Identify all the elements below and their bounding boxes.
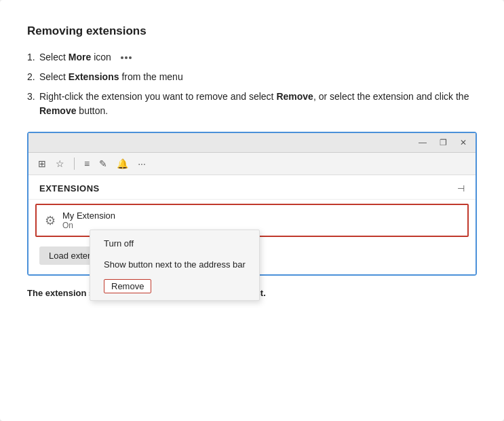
extensions-header: EXTENSIONS ⊣ [28, 175, 476, 200]
instruction-text-1: Select More icon [39, 50, 477, 65]
extension-status: On [62, 221, 115, 230]
main-card: Removing extensions 1. Select More icon … [0, 0, 504, 421]
more-dots-icon [121, 56, 132, 59]
extensions-bold: Extensions [69, 71, 119, 82]
instruction-item-1: 1. Select More icon [27, 50, 477, 65]
browser-mockup: — ❐ ✕ ⊞ ☆ ≡ ✎ 🔔 ··· EXTENSIONS ⊣ ⚙ [27, 132, 477, 276]
browser-body: EXTENSIONS ⊣ ⚙ My Extension On Turn off … [28, 175, 476, 274]
minimize-button[interactable]: — [417, 137, 428, 148]
more-icon[interactable]: ··· [138, 158, 146, 169]
close-button[interactable]: ✕ [458, 137, 469, 148]
edit-icon[interactable]: ✎ [99, 158, 107, 169]
context-menu: Turn off Show button next to the address… [90, 230, 260, 301]
instruction-text-2: Select Extensions from the menu [39, 70, 477, 84]
instruction-num-3: 3. [27, 90, 39, 104]
instruction-item-3: 3. Right-click the extension you want to… [27, 90, 477, 118]
bookmark-icon[interactable]: ☆ [56, 158, 64, 169]
maximize-button[interactable]: ❐ [438, 137, 448, 148]
browser-toolbar: ⊞ ☆ ≡ ✎ 🔔 ··· [28, 153, 476, 175]
remove-bold-2: Remove [39, 105, 76, 116]
instruction-text-3: Right-click the extension you want to re… [39, 90, 477, 118]
bell-icon[interactable]: 🔔 [117, 158, 128, 169]
extension-name: My Extension [62, 210, 115, 221]
remove-menu-item[interactable]: Remove [90, 275, 259, 297]
show-button-menu-item[interactable]: Show button next to the address bar [90, 254, 259, 275]
extension-info: My Extension On [62, 210, 115, 230]
menu-icon[interactable]: ≡ [84, 158, 90, 169]
tabs-icon[interactable]: ⊞ [38, 158, 46, 169]
more-bold: More [69, 52, 91, 62]
extensions-title: EXTENSIONS [39, 183, 100, 194]
instruction-num-1: 1. [27, 50, 39, 65]
instruction-num-2: 2. [27, 70, 39, 84]
extension-item-wrap: ⚙ My Extension On Turn off Show button n… [28, 204, 476, 237]
remove-bold-1: Remove [276, 91, 313, 102]
instruction-item-2: 2. Select Extensions from the menu [27, 70, 477, 84]
remove-button[interactable]: Remove [104, 279, 151, 293]
toolbar-separator [74, 158, 75, 170]
browser-titlebar: — ❐ ✕ [28, 133, 476, 153]
page-title: Removing extensions [27, 24, 477, 38]
extension-icon: ⚙ [45, 213, 56, 228]
pin-icon[interactable]: ⊣ [457, 183, 465, 194]
turn-off-menu-item[interactable]: Turn off [90, 233, 259, 254]
instructions-list: 1. Select More icon 2. Select Extensions… [27, 50, 477, 118]
